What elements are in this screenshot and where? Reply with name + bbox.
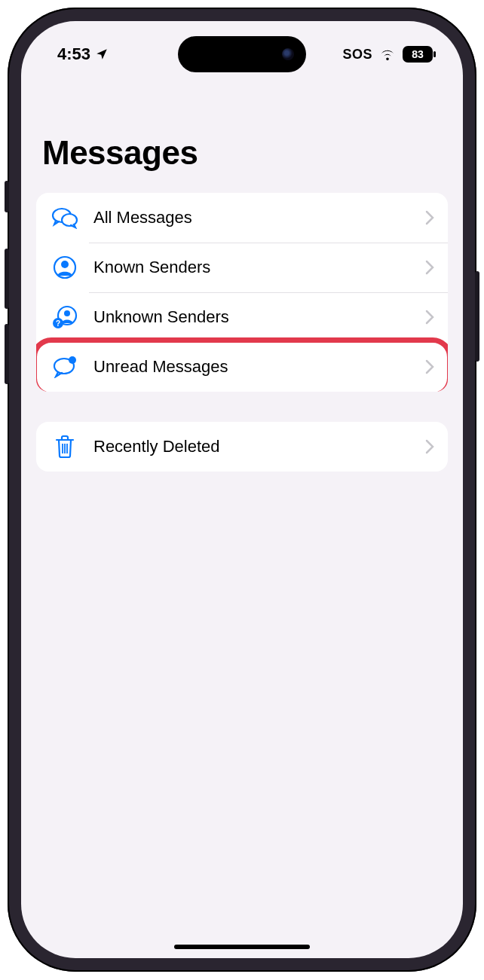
- filter-unread-messages[interactable]: Unread Messages: [36, 342, 448, 392]
- bubble-dot-icon: [52, 356, 78, 378]
- filter-unknown-senders[interactable]: ? Unknown Senders: [36, 292, 448, 342]
- status-time: 4:53: [57, 44, 90, 64]
- page-title: Messages: [21, 134, 463, 193]
- battery-level: 83: [412, 48, 424, 60]
- svg-point-9: [69, 356, 76, 364]
- filter-label: Unread Messages: [93, 357, 425, 377]
- chevron-right-icon: [425, 359, 434, 374]
- filter-label: All Messages: [93, 208, 425, 227]
- front-camera: [282, 48, 294, 60]
- svg-point-5: [64, 310, 70, 316]
- trash-icon: [54, 435, 75, 459]
- filter-label: Unknown Senders: [93, 307, 425, 327]
- location-icon: [95, 47, 109, 61]
- chevron-right-icon: [425, 310, 434, 325]
- filters-group: All Messages Known Senders: [36, 193, 448, 392]
- chevron-right-icon: [425, 260, 434, 275]
- content-area: Messages All Messages: [21, 21, 463, 958]
- battery-indicator: 83: [403, 46, 433, 63]
- wifi-icon: [378, 47, 397, 62]
- dynamic-island: [178, 36, 306, 72]
- filter-known-senders[interactable]: Known Senders: [36, 243, 448, 292]
- volume-up-button: [5, 249, 9, 309]
- filter-all-messages[interactable]: All Messages: [36, 193, 448, 243]
- trash-group: Recently Deleted: [36, 422, 448, 472]
- sos-indicator: SOS: [342, 47, 372, 63]
- person-circle-icon: [53, 255, 77, 279]
- phone-frame: 4:53 SOS 83 Messages: [8, 8, 476, 972]
- trash-label: Recently Deleted: [93, 437, 425, 456]
- screen: 4:53 SOS 83 Messages: [21, 21, 463, 958]
- filter-label: Known Senders: [93, 258, 425, 277]
- chat-bubbles-icon: [51, 206, 78, 229]
- silent-switch: [5, 181, 9, 212]
- home-indicator[interactable]: [174, 945, 310, 949]
- chevron-right-icon: [425, 439, 434, 454]
- person-question-icon: ?: [52, 305, 78, 329]
- power-button: [475, 271, 479, 362]
- recently-deleted[interactable]: Recently Deleted: [36, 422, 448, 472]
- volume-down-button: [5, 324, 9, 384]
- chevron-right-icon: [425, 210, 434, 225]
- svg-point-3: [61, 261, 69, 268]
- svg-text:?: ?: [56, 319, 60, 328]
